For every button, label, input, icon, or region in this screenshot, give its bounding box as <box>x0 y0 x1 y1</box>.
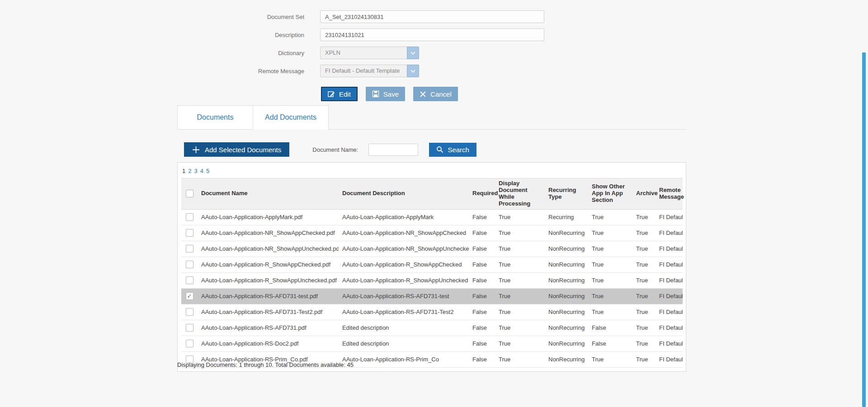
row-checkbox[interactable] <box>186 261 193 268</box>
row-checkbox[interactable] <box>186 308 193 316</box>
row-checkbox[interactable] <box>186 324 193 332</box>
cell-document-description: AAuto-Loan-Application-NR_ShowAppUncheck… <box>339 241 469 257</box>
cell-required: False <box>469 351 495 367</box>
header-document-description: Document Description <box>339 178 469 210</box>
cell-required: False <box>469 320 495 336</box>
table-row[interactable]: AAuto-Loan-Application-RS-AFD731-test.pd… <box>181 288 683 304</box>
pagination-page[interactable]: 5 <box>206 168 209 174</box>
header-archive: Archive <box>632 178 656 210</box>
cell-remote-message: FI Default <box>656 320 683 336</box>
cell-document-description: AAuto-Loan-Application-RS-Prim_Co <box>339 351 469 367</box>
cell-archive: True <box>632 336 656 351</box>
cell-show-other-app: True <box>588 288 632 304</box>
cell-document-name: AAuto-Loan-Application-RS-Doc2.pdf <box>198 336 339 351</box>
cell-required: False <box>469 225 495 241</box>
form-row-description: Description <box>0 28 544 41</box>
document-set-label: Document Set <box>0 14 304 20</box>
row-checkbox[interactable] <box>186 340 193 347</box>
cell-required: False <box>469 209 495 225</box>
cell-show-other-app: True <box>588 241 632 257</box>
form-row-document-set: Document Set <box>0 10 544 23</box>
table-row[interactable]: AAuto-Loan-Application-RS-AFD731-Test2.p… <box>181 304 683 320</box>
edit-button[interactable]: Edit <box>321 87 358 101</box>
cell-document-description: AAuto-Loan-Application-ApplyMark <box>339 209 469 225</box>
cell-display-document: True <box>495 272 545 288</box>
tab-documents[interactable]: Documents <box>177 105 253 130</box>
cell-document-description: AAuto-Loan-Application-RS-AFD731-Test2 <box>339 304 469 320</box>
cell-show-other-app: True <box>588 272 632 288</box>
cell-remote-message: FI Default <box>656 209 683 225</box>
row-checkbox[interactable] <box>186 229 193 237</box>
cell-required: False <box>469 241 495 257</box>
documents-tabbar: Documents Add Documents <box>177 105 686 130</box>
cell-recurring-type: NonRecurring <box>545 225 588 241</box>
cell-archive: True <box>632 241 656 257</box>
table-row[interactable]: AAuto-Loan-Application-RS-Doc2.pdf Edite… <box>181 336 683 351</box>
cell-document-description: AAuto-Loan-Application-RS-AFD731-test <box>339 288 469 304</box>
cell-document-description: AAuto-Loan-Application-R_ShowAppUnchecke… <box>339 272 469 288</box>
select-all-checkbox[interactable] <box>186 190 193 197</box>
form-row-remote-message: Remote Message FI Default - Default Temp… <box>0 65 544 77</box>
dictionary-select[interactable]: XPLN <box>320 47 419 59</box>
scrollbar[interactable] <box>862 52 866 407</box>
add-selected-documents-label: Add Selected Documents <box>205 146 281 154</box>
pagination-page[interactable]: 4 <box>200 168 203 174</box>
cell-required: False <box>469 304 495 320</box>
pagination-page-current[interactable]: 1 <box>182 168 185 174</box>
cell-display-document: True <box>495 241 545 257</box>
row-checkbox[interactable] <box>186 276 193 284</box>
cell-document-name: AAuto-Loan-Application-NR_ShowAppChecked… <box>198 225 339 241</box>
cell-remote-message: FI Default <box>656 272 683 288</box>
cancel-button[interactable]: Cancel <box>413 87 458 101</box>
remote-message-dropdown-button[interactable] <box>407 65 419 77</box>
cell-document-description: Edited description <box>339 336 469 351</box>
add-selected-documents-button[interactable]: Add Selected Documents <box>184 142 289 157</box>
row-checkbox[interactable] <box>186 245 193 253</box>
documents-table: Document Name Document Description Requi… <box>181 178 683 368</box>
document-name-search-input[interactable] <box>368 144 418 156</box>
search-button-label: Search <box>448 146 469 154</box>
cell-recurring-type: NonRecurring <box>545 320 588 336</box>
cell-recurring-type: Recurring <box>545 209 588 225</box>
cell-recurring-type: NonRecurring <box>545 336 588 351</box>
cancel-x-icon <box>420 91 426 98</box>
table-row[interactable]: AAuto-Loan-Application-R_ShowAppChecked.… <box>181 257 683 272</box>
save-button[interactable]: Save <box>366 87 405 101</box>
cell-required: False <box>469 272 495 288</box>
row-checkbox[interactable] <box>186 292 193 300</box>
document-set-field[interactable] <box>320 10 544 23</box>
cell-archive: True <box>632 257 656 272</box>
cell-archive: True <box>632 320 656 336</box>
remote-message-selected-value: FI Default - Default Template <box>320 65 407 77</box>
remote-message-select[interactable]: FI Default - Default Template <box>320 65 419 77</box>
table-row[interactable]: AAuto-Loan-Application-R_ShowAppUnchecke… <box>181 272 683 288</box>
cell-archive: True <box>632 272 656 288</box>
dictionary-dropdown-button[interactable] <box>407 47 419 59</box>
header-show-other-app: Show Other App In App Section <box>588 178 632 210</box>
save-floppy-icon <box>372 90 379 98</box>
search-button[interactable]: Search <box>429 143 476 157</box>
pagination-page[interactable]: 3 <box>194 168 197 174</box>
cell-document-description: AAuto-Loan-Application-R_ShowAppChecked <box>339 257 469 272</box>
cell-display-document: True <box>495 351 545 367</box>
save-button-label: Save <box>383 90 399 98</box>
tab-add-documents[interactable]: Add Documents <box>253 105 329 130</box>
table-row[interactable]: AAuto-Loan-Application-RS-AFD731.pdf Edi… <box>181 320 683 336</box>
cell-show-other-app: False <box>588 320 632 336</box>
table-body: AAuto-Loan-Application-ApplyMark.pdf AAu… <box>181 209 683 367</box>
cell-recurring-type: NonRecurring <box>545 288 588 304</box>
description-field[interactable] <box>320 28 544 41</box>
cell-display-document: True <box>495 336 545 351</box>
table-row[interactable]: AAuto-Loan-Application-NR_ShowAppUncheck… <box>181 241 683 257</box>
pagination-page[interactable]: 2 <box>188 168 191 174</box>
cell-display-document: True <box>495 304 545 320</box>
row-checkbox[interactable] <box>186 213 193 221</box>
cell-remote-message: FI Default <box>656 336 683 351</box>
cell-display-document: True <box>495 257 545 272</box>
header-display-document: Display Document While Processing <box>495 178 545 210</box>
cell-remote-message: FI Default <box>656 288 683 304</box>
chevron-down-icon <box>410 51 415 55</box>
table-row[interactable]: AAuto-Loan-Application-ApplyMark.pdf AAu… <box>181 209 683 225</box>
document-set-form: Document Set Description Dictionary XPLN… <box>0 10 544 83</box>
table-row[interactable]: AAuto-Loan-Application-NR_ShowAppChecked… <box>181 225 683 241</box>
